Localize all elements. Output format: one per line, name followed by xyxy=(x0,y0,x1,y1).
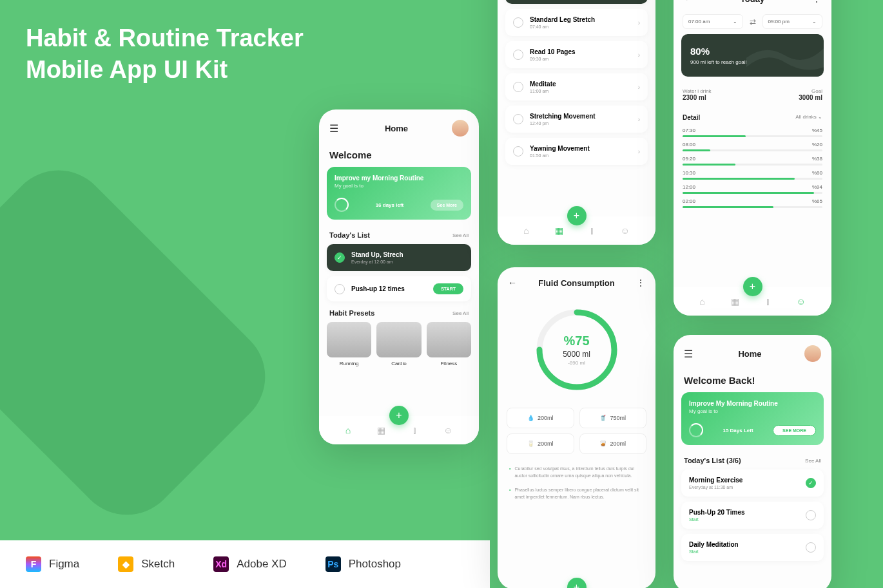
stats-icon[interactable]: ⫿ xyxy=(766,296,770,307)
checkbox-icon[interactable] xyxy=(513,82,523,92)
bg-shape xyxy=(0,149,286,536)
see-all-link[interactable]: See All xyxy=(452,232,469,238)
preset-card[interactable]: Running xyxy=(327,322,371,366)
item-title: Stand Up, Strech xyxy=(351,251,463,258)
list-item[interactable]: Morning ExerciseEveryday at 11:30 am✓ xyxy=(681,469,824,497)
item-sub: 11:00 am xyxy=(530,89,632,93)
section-title: Detail xyxy=(683,114,700,121)
chevron-right-icon: › xyxy=(638,148,640,155)
ps-icon: Ps xyxy=(325,556,341,572)
checkbox-icon[interactable] xyxy=(513,114,523,124)
tools-bar: FFigma ◆Sketch XdAdobe XD PsPhotoshop xyxy=(0,540,490,588)
preset-label: Running xyxy=(327,361,371,366)
progress-bar xyxy=(683,178,822,180)
swap-icon[interactable]: ⇄ xyxy=(750,17,756,26)
stats-icon[interactable]: ⫿ xyxy=(412,425,417,435)
filter-dropdown[interactable]: All drinks ⌄ xyxy=(795,114,822,121)
time-label: 07:30 xyxy=(683,128,695,133)
ml-value: 5000 ml xyxy=(563,350,590,359)
add-button[interactable]: + xyxy=(389,406,409,425)
ml-delta: -890 ml xyxy=(563,360,590,366)
chevron-down-icon: ⌄ xyxy=(812,19,817,24)
calendar-icon[interactable]: ▦ xyxy=(377,425,385,435)
list-item[interactable]: Stretching Movement12:40 pm› xyxy=(505,106,648,133)
goal-card[interactable]: Improve My Morning Routine My goal is to… xyxy=(681,392,824,445)
calendar-icon[interactable]: ▦ xyxy=(555,225,563,236)
title-line2: Mobile App UI Kit xyxy=(26,54,304,86)
stats-icon[interactable]: ⫿ xyxy=(590,225,594,236)
home-icon[interactable]: ⌂ xyxy=(699,296,704,307)
checkbox-icon[interactable] xyxy=(513,146,523,156)
calendar-icon[interactable]: ▦ xyxy=(731,296,739,307)
home-icon[interactable]: ⌂ xyxy=(345,425,351,435)
goal-card[interactable]: Improve my Morning Routine My goal is to… xyxy=(327,167,471,220)
item-title: Standard Leg Stretch xyxy=(530,16,632,23)
more-icon[interactable]: ⋮ xyxy=(812,0,821,4)
section-title: Today's List (3/6) xyxy=(684,457,741,464)
list-item[interactable]: Meditate11:00 am› xyxy=(505,73,648,100)
check-icon[interactable]: ✓ xyxy=(806,478,816,488)
progress-fill xyxy=(683,178,795,180)
list-item[interactable]: Standard Leg Stretch07:40 am› xyxy=(505,9,648,36)
add-200ml-button[interactable]: 🥃200ml xyxy=(579,433,647,454)
avatar[interactable] xyxy=(804,345,821,362)
item-sub: 01:50 am xyxy=(530,153,632,158)
time-from-dropdown[interactable]: 07:00 am⌄ xyxy=(683,14,743,29)
goal-sub: My goal is to xyxy=(335,183,463,189)
phone-home2: ☰ Home Welcome Back! Improve My Morning … xyxy=(674,335,831,588)
add-750ml-button[interactable]: 🥤750ml xyxy=(579,408,647,428)
see-more-button[interactable]: See More xyxy=(431,200,463,211)
item-title: Meditate xyxy=(530,81,632,88)
progress-bar xyxy=(683,206,822,208)
menu-icon[interactable]: ☰ xyxy=(684,348,695,360)
profile-icon[interactable]: ☺ xyxy=(796,296,805,307)
phone-schedule: ☀Afternoon ○All Habits ✓Morning Jog06:30… xyxy=(498,0,655,245)
item-sub: Start xyxy=(689,549,799,554)
item-title: Morning Exercise xyxy=(689,477,799,484)
time-to-dropdown[interactable]: 09:00 pm⌄ xyxy=(762,14,823,29)
add-200ml-button[interactable]: 💧200ml xyxy=(507,408,574,428)
see-all-link[interactable]: See All xyxy=(452,310,469,316)
checkbox-icon[interactable] xyxy=(513,50,523,60)
check-icon[interactable]: ✓ xyxy=(335,252,345,263)
checkbox-icon[interactable] xyxy=(513,17,523,28)
list-item[interactable]: ✓ Stand Up, Strech Everday at 12:00 am xyxy=(327,244,471,271)
avatar[interactable] xyxy=(452,120,469,137)
info-text: Phasellus luctus semper libero congue pl… xyxy=(498,482,655,503)
more-icon[interactable]: ⋮ xyxy=(636,278,645,288)
preset-card[interactable]: Fitness xyxy=(427,322,471,366)
tool-photoshop: PsPhotoshop xyxy=(325,556,401,572)
progress-row: 08:00%20 xyxy=(674,139,831,153)
page-title: Fluid Consumption xyxy=(538,278,614,288)
goal-title: Improve My Morning Routine xyxy=(689,400,816,407)
time-label: 02:00 xyxy=(683,198,695,204)
home-icon[interactable]: ⌂ xyxy=(523,225,529,236)
menu-icon[interactable]: ☰ xyxy=(329,122,341,135)
checkbox-icon[interactable] xyxy=(806,542,816,553)
preset-card[interactable]: Cardio xyxy=(376,322,421,366)
list-item[interactable]: Push-up 12 times START xyxy=(327,276,471,301)
back-icon[interactable]: ← xyxy=(684,0,693,4)
list-item[interactable]: ✓Morning Jog06:30 am xyxy=(505,0,648,4)
see-all-link[interactable]: See All xyxy=(805,458,821,464)
percent-value: %75 xyxy=(563,334,590,348)
progress-fill xyxy=(683,206,773,208)
list-item[interactable]: Yawning Movement01:50 am› xyxy=(505,138,648,165)
checkbox-icon[interactable] xyxy=(335,284,345,294)
back-icon[interactable]: ← xyxy=(508,278,517,288)
profile-icon[interactable]: ☺ xyxy=(443,425,452,435)
progress-fill xyxy=(683,135,746,137)
add-button[interactable]: + xyxy=(743,277,762,296)
list-item[interactable]: Push-Up 20 TimesStart xyxy=(681,502,824,529)
add-button[interactable]: + xyxy=(567,578,587,588)
checkbox-icon[interactable] xyxy=(806,510,816,520)
list-item[interactable]: Daily MeditationStart xyxy=(681,534,824,561)
add-200ml-button[interactable]: 🥛200ml xyxy=(507,433,574,454)
info-text: Curabitur sed volutpat risus, a interdum… xyxy=(498,460,655,482)
start-button[interactable]: START xyxy=(433,283,463,294)
list-item[interactable]: Read 10 Pages09:30 am› xyxy=(505,41,648,68)
progress-bar xyxy=(683,135,822,137)
see-more-button[interactable]: SEE MORE xyxy=(773,425,816,436)
profile-icon[interactable]: ☺ xyxy=(620,225,629,236)
add-button[interactable]: + xyxy=(567,206,587,225)
